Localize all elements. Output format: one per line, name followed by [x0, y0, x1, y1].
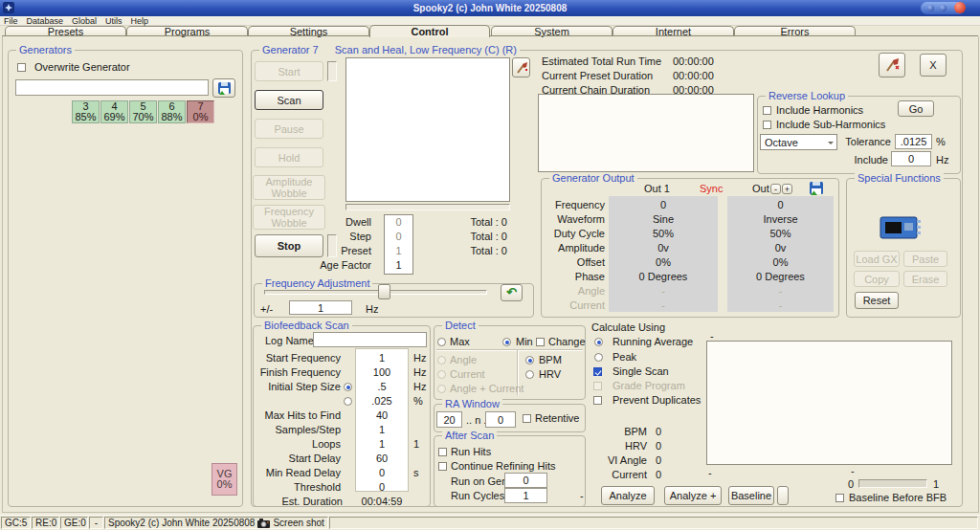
go-button[interactable]: Go [898, 100, 934, 117]
detect-angle-radio[interactable] [437, 356, 446, 364]
step-size-hz-radio[interactable] [344, 383, 352, 391]
detect-min-radio[interactable] [502, 338, 511, 346]
menu-help[interactable]: Help [131, 16, 149, 26]
minimize-icon[interactable] [927, 5, 934, 11]
reset-button[interactable]: Reset [855, 292, 899, 309]
menu-utils[interactable]: Utils [105, 16, 122, 26]
include-frequency-input[interactable] [891, 151, 931, 166]
menu-file[interactable]: File [4, 16, 18, 26]
tab-control[interactable]: Control [369, 25, 490, 37]
start-delay-value[interactable]: 60 [355, 453, 409, 464]
calculate-using-title: Calculate Using [591, 321, 665, 333]
baseline-before-bfb-checkbox[interactable] [835, 494, 844, 502]
tolerance-input[interactable] [895, 134, 932, 149]
overwrite-generator-label: Overwrite Generator [34, 61, 130, 73]
analyze-button[interactable]: Analyze [601, 486, 655, 505]
clear-list-button[interactable] [512, 57, 530, 77]
amplitude-wobble-button[interactable]: Amplitude Wobble [253, 175, 325, 200]
generator-tile-3[interactable]: 385% [72, 100, 100, 123]
baseline-extra-button[interactable] [777, 486, 789, 505]
step-size-percent-value[interactable]: .025 [355, 395, 409, 407]
ra-window-from-input[interactable] [436, 411, 462, 428]
prevent-duplicates-checkbox[interactable] [593, 396, 602, 405]
generator-name-input[interactable] [15, 79, 209, 96]
harmonic-type-dropdown[interactable]: Octave [760, 134, 837, 150]
listbox-scrollbar[interactable] [345, 204, 510, 210]
samples-step-value[interactable]: 1 [355, 424, 409, 435]
generator-tile-4[interactable]: 469% [100, 100, 128, 123]
overwrite-generator-checkbox[interactable] [17, 63, 26, 72]
save-output-button[interactable] [809, 181, 826, 197]
menu-global[interactable]: Global [72, 16, 97, 26]
close-icon[interactable] [954, 2, 966, 13]
output-minus-button[interactable]: - [770, 184, 781, 194]
adjustment-value-input[interactable] [289, 300, 352, 315]
current-reading-label: Current [593, 469, 647, 480]
save-generator-name-button[interactable] [212, 78, 235, 98]
detect-angle-current-radio[interactable] [437, 385, 446, 393]
start-frequency-value[interactable]: 1 [355, 352, 409, 364]
out1-duty-cycle: 50% [609, 228, 718, 239]
generator-tile-6[interactable]: 688% [158, 100, 186, 123]
ra-window-to-input[interactable] [485, 411, 516, 428]
analyze-plus-button[interactable]: Analyze + [664, 486, 722, 505]
single-scan-checkbox[interactable] [593, 367, 602, 376]
chain-listbox[interactable] [538, 94, 754, 172]
detect-bpm-radio[interactable] [525, 356, 534, 364]
scan-button[interactable]: Scan [255, 90, 323, 110]
paste-button[interactable]: Paste [903, 251, 947, 267]
preset-duration-value: 00:00:00 [673, 70, 714, 81]
scan-results-box[interactable] [706, 341, 952, 465]
output-plus-button[interactable]: + [782, 184, 792, 194]
frequency-adjustment-slider-track[interactable] [264, 290, 487, 295]
load-gx-button[interactable]: Load GX [854, 251, 900, 267]
log-name-input[interactable] [313, 332, 427, 347]
peak-radio[interactable] [594, 353, 603, 362]
detect-max-radio[interactable] [437, 338, 446, 346]
screenshot-button[interactable]: Screen shot [273, 518, 323, 528]
copy-button[interactable]: Copy [854, 271, 900, 287]
frequency-adjustment-slider-thumb[interactable] [378, 284, 390, 299]
detect-current-radio[interactable] [437, 370, 446, 379]
generator-tile-vg[interactable]: VG0% [212, 463, 237, 496]
out1-header: Out 1 [644, 183, 670, 194]
baseline-button[interactable]: Baseline [728, 486, 774, 505]
generator-tile-7[interactable]: 70% [187, 100, 214, 123]
run-hits-checkbox[interactable] [438, 448, 447, 456]
include-harmonics-checkbox[interactable] [763, 106, 771, 115]
loops-count: 1 [413, 438, 419, 450]
run-cycles-input[interactable] [504, 488, 547, 503]
include-sub-harmonics-checkbox[interactable] [763, 121, 771, 129]
start-button[interactable]: Start [255, 61, 323, 81]
undo-adjustment-button[interactable]: ↶ [501, 284, 523, 301]
clear-generator-button[interactable] [879, 53, 905, 77]
pause-button[interactable]: Pause [255, 119, 323, 139]
start-frequency-unit: Hz [413, 352, 426, 364]
detect-change-checkbox[interactable] [536, 338, 545, 346]
start-frequency-label: Start Frequency [255, 352, 341, 364]
tolerance-label: Tolerance [842, 136, 891, 147]
close-panel-button[interactable]: X [920, 54, 947, 77]
finish-frequency-value[interactable]: 100 [355, 366, 409, 378]
max-hits-value[interactable]: 40 [355, 409, 409, 421]
grade-program-checkbox[interactable] [593, 382, 602, 390]
running-average-radio[interactable] [594, 338, 603, 346]
continue-refining-checkbox[interactable] [438, 462, 447, 471]
threshold-value[interactable]: 0 [355, 481, 409, 493]
detect-hrv-radio[interactable] [525, 370, 534, 379]
erase-button[interactable]: Erase [903, 271, 947, 287]
initial-step-size-value[interactable]: .5 [355, 381, 409, 392]
frequency-listbox[interactable] [345, 57, 510, 202]
include-sub-harmonics-label: Include Sub-Harmonics [776, 119, 885, 130]
include-unit: Hz [936, 154, 948, 166]
run-on-gen-input[interactable] [504, 473, 547, 488]
sync-indicator: Sync [700, 183, 723, 194]
hold-button[interactable]: Hold [255, 147, 323, 167]
generator-tile-5[interactable]: 570% [129, 100, 157, 123]
retentive-checkbox[interactable] [523, 414, 531, 423]
loops-value[interactable]: 1 [355, 438, 409, 450]
min-read-delay-value[interactable]: 0 [355, 467, 409, 478]
menu-database[interactable]: Database [27, 16, 64, 26]
maximize-icon[interactable] [940, 5, 947, 11]
step-size-percent-radio[interactable] [344, 397, 352, 406]
